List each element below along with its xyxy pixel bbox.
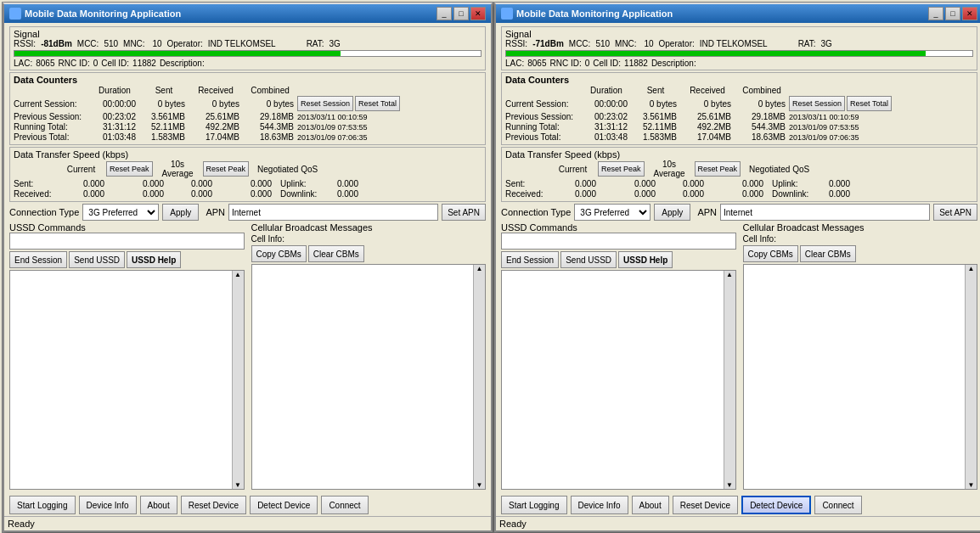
dc-cell-2-4: 544.3MB [243,122,297,132]
dc-row-0: Current Session:00:00:000 bytes0 bytes0 … [14,96,482,111]
connection-label: Connection Type [501,207,571,217]
dc-cell-3-3: 17.04MB [680,132,735,142]
mnc-val: 10 [642,39,654,48]
dc-cell-2-1: 31:31:12 [582,122,631,132]
maximize-button[interactable]: □ [453,7,469,20]
dc-header-3: Received [680,86,735,95]
apply-connection-button[interactable]: Apply [162,204,199,221]
about-button[interactable]: About [140,496,177,514]
connect-button[interactable]: Connect [814,496,861,514]
close-button[interactable]: ✕ [470,7,486,20]
end-session-button[interactable]: End Session [501,251,559,268]
cbm-scrollbar[interactable]: ▲▼ [965,265,977,489]
sent-peak: 0.000 [598,179,656,188]
dc-extra-1: 2013/03/11 00:10:59 [297,113,420,121]
detect-device-button[interactable]: Detect Device [741,496,811,514]
dc-row-2: Running Total:31:31:1252.11MB492.2MB544.… [14,122,482,132]
send-ussd-button[interactable]: Send USSD [560,251,617,268]
ussd-text-area: ▲▼ [9,270,245,490]
desc-label: Description: [160,59,205,68]
received-peak2: 0.000 [214,189,272,199]
ussd-input[interactable] [9,233,245,250]
operator-val: IND TELKOMSEL [700,39,768,48]
apn-input[interactable] [720,204,930,221]
dc-cell-2-2: 52.11MB [139,122,189,132]
device-info-button[interactable]: Device Info [79,496,137,514]
ussd-help-button[interactable]: USSD Help [127,251,181,268]
ussd-help-button[interactable]: USSD Help [618,251,673,268]
lac-val: 8065 [36,59,54,68]
reset-peak-button-2[interactable]: Reset Peak [695,161,741,177]
reset-session-button[interactable]: Reset Session [789,96,845,111]
data-speed-title: Data Transfer Speed (kbps) [505,149,973,160]
connection-type-select[interactable]: 3G Preferred [574,204,651,221]
cbm-label: Cellular Broadcast Messages [251,222,487,233]
start-logging-button[interactable]: Start Logging [501,496,567,514]
ussd-input[interactable] [501,233,736,250]
reset-total-button[interactable]: Reset Total [355,96,400,111]
connection-type-select[interactable]: 3G Preferred [82,204,159,221]
apn-label: APN [206,207,225,217]
set-apn-button[interactable]: Set APN [933,204,977,221]
minimize-button[interactable]: _ [928,7,943,20]
set-apn-button[interactable]: Set APN [442,204,486,221]
dc-cell-0-3: 0 bytes [189,99,243,109]
status-bar: Ready [4,516,491,530]
dc-row-1: Previous Session:00:23:023.561MB25.61MB2… [505,112,973,121]
reset-peak-button-1[interactable]: Reset Peak [106,161,153,177]
rssi-val: -81dBm [41,39,72,48]
data-speed-title: Data Transfer Speed (kbps) [14,149,482,160]
mcc-label: MCC: [569,39,591,48]
reset-device-button[interactable]: Reset Device [673,496,738,514]
send-ussd-button[interactable]: Send USSD [69,251,125,268]
minimize-button[interactable]: _ [436,7,452,20]
clear-cbms-button[interactable]: Clear CBMs [800,245,856,262]
reset-peak-button-2[interactable]: Reset Peak [203,161,250,177]
connect-button[interactable]: Connect [321,496,368,514]
dc-extra-2: 2013/01/09 07:53:55 [297,123,420,132]
apn-input[interactable] [228,204,438,221]
ussd-scrollbar[interactable]: ▲▼ [232,271,244,489]
rssi-label: RSSI: [14,39,36,48]
sent-ul-val: 0.000 [324,179,358,188]
copy-cbms-button[interactable]: Copy CBMs [743,245,798,262]
dc-cell-1-0: Previous Session: [14,112,90,121]
dc-extra-2: 2013/01/09 07:53:55 [789,123,911,132]
clear-cbms-button[interactable]: Clear CBMs [308,245,364,262]
reset-total-button[interactable]: Reset Total [847,96,892,111]
cell-val: 11882 [624,59,648,68]
lac-label: LAC: [14,59,32,68]
window-1: Mobile Data Monitoring Application_□✕Sig… [3,3,493,532]
received-ul-label: Downlink: [772,189,814,199]
dc-cell-1-1: 00:23:02 [582,112,631,121]
dc-cell-0-2: 0 bytes [139,99,189,109]
device-info-button[interactable]: Device Info [571,496,628,514]
received-avg: 0.000 [166,189,212,199]
apn-label: APN [697,207,717,217]
bottom-buttons: Start LoggingDevice InfoAboutReset Devic… [4,493,491,516]
about-button[interactable]: About [632,496,669,514]
ussd-scrollbar[interactable]: ▲▼ [724,271,735,489]
cbm-scrollbar[interactable]: ▲▼ [473,265,485,489]
reset-session-button[interactable]: Reset Session [297,96,353,111]
speed-sent-row: Sent: 0.000 0.000 0.000 0.000 Uplink: 0.… [14,179,482,188]
reset-peak-button-1[interactable]: Reset Peak [598,161,645,177]
maximize-button[interactable]: □ [945,7,960,20]
apply-connection-button[interactable]: Apply [654,204,690,221]
start-logging-button[interactable]: Start Logging [9,496,76,514]
received-peak2: 0.000 [706,189,763,199]
detect-device-button[interactable]: Detect Device [250,496,318,514]
close-button[interactable]: ✕ [962,7,977,20]
signal-label: Signal [505,29,973,39]
reset-device-button[interactable]: Reset Device [181,496,246,514]
copy-cbms-button[interactable]: Copy CBMs [251,245,307,262]
received-ul-val: 0.000 [816,189,850,199]
end-session-button[interactable]: End Session [9,251,67,268]
avg-label: 10s Average [155,160,201,178]
dc-header-1: Duration [582,86,631,95]
connection-section: Connection Type3G PreferredApply [501,204,690,221]
mcc-val: 510 [104,39,118,48]
sent-ul-label: Uplink: [772,179,814,188]
sent-peak2: 0.000 [706,179,763,188]
received-peak: 0.000 [106,189,164,199]
